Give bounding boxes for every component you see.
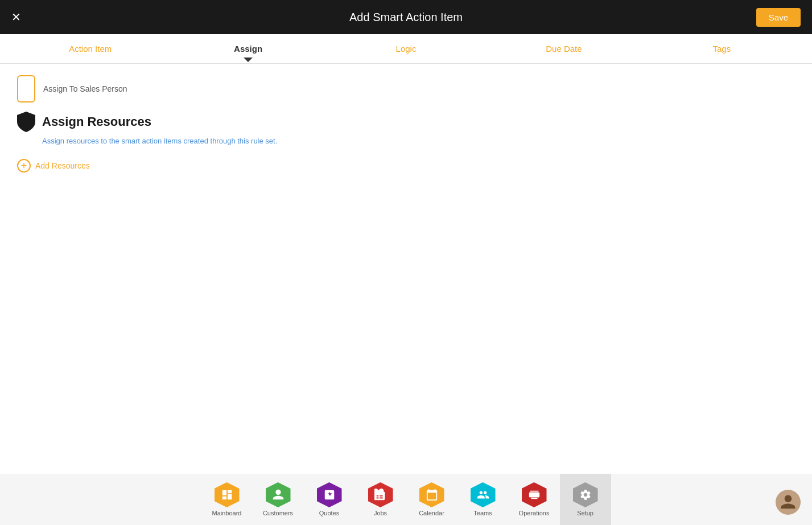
- toggle-label: Assign To Sales Person: [43, 84, 127, 93]
- section-title: Assign Resources: [42, 114, 151, 129]
- tab-logic[interactable]: Logic: [327, 36, 485, 61]
- customers-icon: [266, 482, 291, 507]
- nav-item-customers[interactable]: Customers: [253, 474, 304, 525]
- jobs-icon: [368, 482, 393, 507]
- nav-item-setup[interactable]: Setup: [560, 474, 611, 525]
- nav-label-jobs: Jobs: [374, 510, 387, 516]
- nav-label-setup: Setup: [577, 510, 593, 516]
- quotes-icon: [317, 482, 342, 507]
- nav-item-calendar[interactable]: Calendar: [406, 474, 457, 525]
- nav-item-quotes[interactable]: Quotes: [304, 474, 355, 525]
- avatar[interactable]: [776, 490, 801, 515]
- nav-label-customers: Customers: [263, 510, 293, 516]
- tab-due-date[interactable]: Due Date: [485, 36, 642, 61]
- page-title: Add Smart Action Item: [349, 11, 463, 24]
- nav-item-operations[interactable]: Operations: [509, 474, 560, 525]
- tab-tags[interactable]: Tags: [643, 36, 801, 61]
- nav-label-quotes: Quotes: [319, 510, 339, 516]
- tab-action-item[interactable]: Action Item: [11, 36, 169, 61]
- toggle-row: Assign To Sales Person: [17, 75, 795, 102]
- nav-label-operations: Operations: [519, 510, 550, 516]
- add-resources-icon: +: [17, 159, 31, 173]
- bottom-nav: Mainboard Customers Quotes Jobs Calendar…: [0, 474, 812, 525]
- tab-bar: Action Item Assign Logic Due Date Tags: [0, 34, 812, 64]
- section-description: Assign resources to the smart action ite…: [42, 137, 795, 145]
- main-content: Assign To Sales Person Assign Resources …: [0, 64, 812, 474]
- shield-icon: [17, 112, 35, 132]
- save-button[interactable]: Save: [756, 8, 801, 27]
- close-button[interactable]: ✕: [11, 11, 21, 23]
- section-header: Assign Resources: [17, 112, 795, 132]
- add-resources-label: Add Resources: [35, 161, 90, 170]
- nav-label-calendar: Calendar: [419, 510, 444, 516]
- nav-item-teams[interactable]: Teams: [457, 474, 509, 525]
- mainboard-icon: [215, 482, 240, 507]
- add-resources-button[interactable]: + Add Resources: [17, 159, 90, 173]
- nav-item-jobs[interactable]: Jobs: [355, 474, 406, 525]
- setup-icon: [573, 482, 598, 507]
- nav-item-mainboard[interactable]: Mainboard: [201, 474, 253, 525]
- toggle-checkbox[interactable]: [17, 75, 35, 102]
- nav-label-mainboard: Mainboard: [212, 510, 242, 516]
- tab-assign[interactable]: Assign: [169, 36, 327, 61]
- operations-icon: [522, 482, 547, 507]
- app-header: ✕ Add Smart Action Item Save: [0, 0, 812, 34]
- teams-icon: [471, 482, 496, 507]
- nav-label-teams: Teams: [473, 510, 492, 516]
- calendar-icon: [419, 482, 444, 507]
